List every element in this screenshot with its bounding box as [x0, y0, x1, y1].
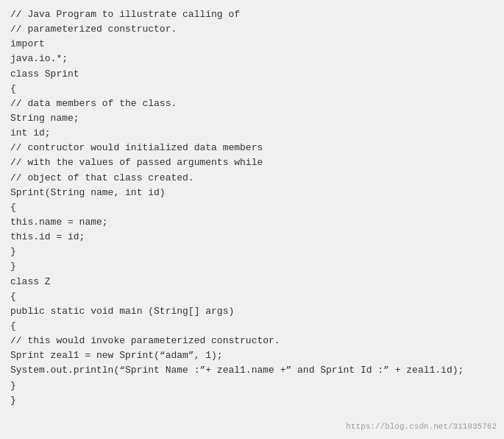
code-line: // Java Program to illustrate calling of	[10, 7, 494, 22]
code-line: // object of that class created.	[10, 171, 494, 186]
code-line: // with the values of passed arguments w…	[10, 155, 494, 170]
code-line: class Z	[10, 275, 494, 289]
code-line: }	[10, 259, 494, 274]
code-line: }	[10, 245, 494, 259]
watermark: https://blog.csdn.net/311035762	[346, 421, 497, 433]
code-line: // parameterized constructor.	[10, 22, 494, 37]
code-line: class Sprint	[10, 67, 494, 82]
code-block: // Java Program to illustrate calling of…	[10, 7, 494, 408]
code-line: // contructor would initialized data mem…	[10, 141, 494, 155]
code-line: this.id = id;	[10, 230, 494, 245]
code-line: {	[10, 82, 494, 96]
code-line: java.io.*;	[10, 52, 494, 66]
code-line: String name;	[10, 111, 494, 126]
code-line: {	[10, 289, 494, 304]
code-line: Sprint(String name, int id)	[10, 186, 494, 200]
code-line: }	[10, 379, 494, 393]
code-line: {	[10, 200, 494, 215]
code-line: public static void main (String[] args)	[10, 304, 494, 319]
code-line: import	[10, 37, 494, 52]
code-line: // this would invoke parameterized const…	[10, 334, 494, 348]
code-container: // Java Program to illustrate calling of…	[0, 0, 504, 439]
code-line: System.out.println(“Sprint Name :”+ zeal…	[10, 363, 494, 378]
code-line: }	[10, 393, 494, 408]
code-line: // data members of the class.	[10, 96, 494, 111]
code-line: Sprint zeal1 = new Sprint(“adam”, 1);	[10, 348, 494, 363]
code-line: {	[10, 319, 494, 334]
code-line: this.name = name;	[10, 215, 494, 230]
code-line: int id;	[10, 126, 494, 141]
